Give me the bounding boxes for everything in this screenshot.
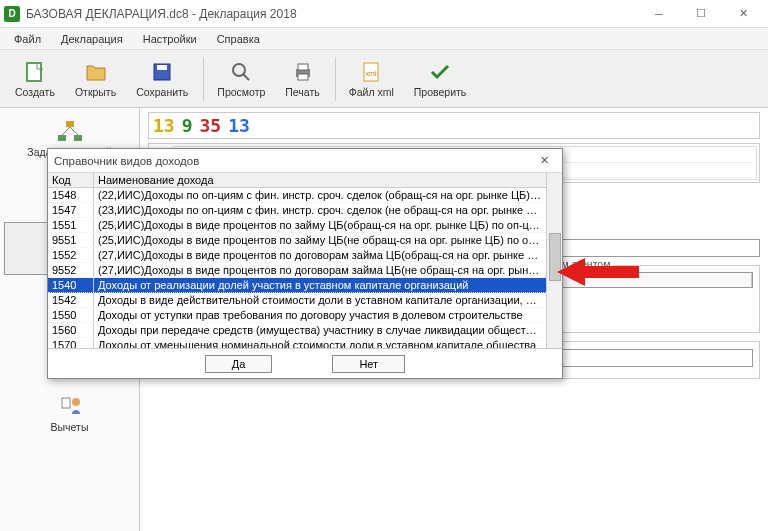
income-type-row[interactable]: 1548(22,ИИС)Доходы по оп-циям с фин. инс… xyxy=(48,188,546,203)
menu-declaration[interactable]: Декларация xyxy=(51,31,133,47)
col-code-header[interactable]: Код xyxy=(48,173,94,187)
window-title: БАЗОВАЯ ДЕКЛАРАЦИЯ.dc8 - Декларация 2018 xyxy=(26,7,638,21)
toolbar-save[interactable]: Сохранить xyxy=(127,56,197,102)
col-name-header[interactable]: Наименование дохода xyxy=(94,173,546,187)
income-types-table: Код Наименование дохода 1548(22,ИИС)Дохо… xyxy=(48,173,546,348)
income-type-row[interactable]: 1547(23,ИИС)Доходы по оп-циям с фин. инс… xyxy=(48,203,546,218)
svg-rect-20 xyxy=(62,398,70,408)
svg-rect-0 xyxy=(27,63,41,81)
svg-rect-2 xyxy=(157,65,167,70)
svg-rect-11 xyxy=(58,135,66,141)
rate-9[interactable]: 9 xyxy=(180,115,195,136)
dialog-close-button[interactable]: ✕ xyxy=(532,151,556,171)
income-type-row[interactable]: 1570Доходы от уменьшения номинальной сто… xyxy=(48,338,546,348)
income-type-row[interactable]: 1560Доходы при передаче средств (имущест… xyxy=(48,323,546,338)
menu-file[interactable]: Файл xyxy=(4,31,51,47)
annotation-arrow xyxy=(557,258,639,286)
dialog-title: Справочник видов доходов xyxy=(54,155,532,167)
income-type-row[interactable]: 1540Доходы от реализации долей участия в… xyxy=(48,278,546,293)
income-type-row[interactable]: 1542Доходы в виде действительной стоимос… xyxy=(48,293,546,308)
rate-tabs: 13 9 35 13 xyxy=(148,112,760,139)
svg-rect-12 xyxy=(74,135,82,141)
app-icon: D xyxy=(4,6,20,22)
titlebar: D БАЗОВАЯ ДЕКЛАРАЦИЯ.dc8 - Декларация 20… xyxy=(0,0,768,28)
svg-point-21 xyxy=(72,398,80,406)
menu-settings[interactable]: Настройки xyxy=(133,31,207,47)
svg-text:xml: xml xyxy=(366,70,377,77)
toolbar-open[interactable]: Открыть xyxy=(66,56,125,102)
menubar: Файл Декларация Настройки Справка xyxy=(0,28,768,50)
rate-13-yellow[interactable]: 13 xyxy=(151,115,177,136)
svg-rect-10 xyxy=(66,121,74,127)
rate-35[interactable]: 35 xyxy=(198,115,224,136)
toolbar-create[interactable]: Создать xyxy=(6,56,64,102)
panel-deductions[interactable]: Вычеты xyxy=(4,387,135,440)
income-type-row[interactable]: 9552(27,ИИС)Доходы в виде процентов по д… xyxy=(48,263,546,278)
toolbar-check[interactable]: Проверить xyxy=(405,56,476,102)
rate-13-blue[interactable]: 13 xyxy=(226,115,252,136)
toolbar-print[interactable]: Печать xyxy=(276,56,328,102)
dialog-yes-button[interactable]: Да xyxy=(205,355,273,373)
income-type-row[interactable]: 1550Доходы от уступки прав требования по… xyxy=(48,308,546,323)
minimize-button[interactable]: ─ xyxy=(638,2,680,26)
income-type-row[interactable]: 9551(25,ИИС)Доходы в виде процентов по з… xyxy=(48,233,546,248)
svg-rect-7 xyxy=(298,74,308,80)
close-button[interactable]: ✕ xyxy=(722,2,764,26)
menu-help[interactable]: Справка xyxy=(207,31,270,47)
income-types-dialog: Справочник видов доходов ✕ Код Наименова… xyxy=(47,148,563,379)
svg-line-4 xyxy=(243,74,249,80)
income-type-row[interactable]: 1552(27,ИИС)Доходы в виде процентов по д… xyxy=(48,248,546,263)
toolbar-preview[interactable]: Просмотр xyxy=(208,56,274,102)
svg-line-13 xyxy=(62,127,70,135)
maximize-button[interactable]: ☐ xyxy=(680,2,722,26)
svg-rect-6 xyxy=(298,64,308,70)
svg-line-14 xyxy=(70,127,78,135)
toolbar-xml[interactable]: xmlФайл xml xyxy=(340,56,403,102)
toolbar: Создать Открыть Сохранить Просмотр Печат… xyxy=(0,50,768,108)
dialog-no-button[interactable]: Нет xyxy=(332,355,405,373)
income-type-row[interactable]: 1551(25,ИИС)Доходы в виде процентов по з… xyxy=(48,218,546,233)
